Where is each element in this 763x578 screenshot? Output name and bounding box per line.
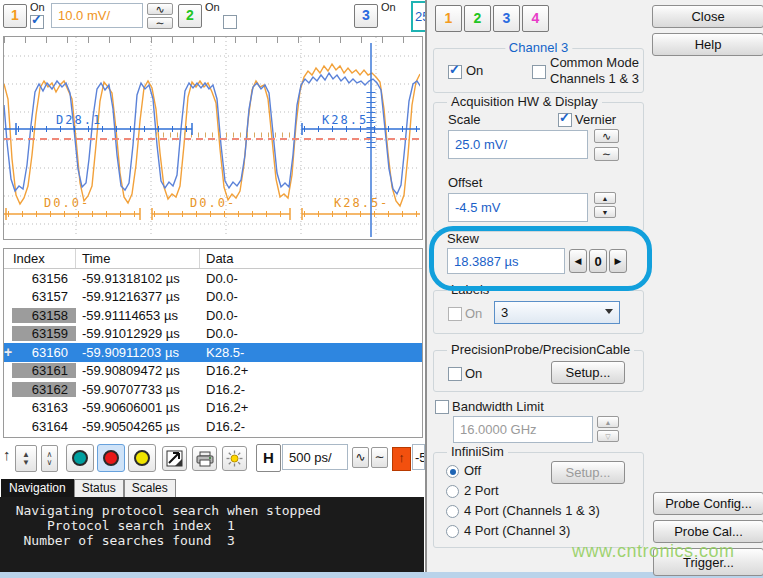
- waveform-display[interactable]: D28.1 K28.5- D0.0- D0.0-: [3, 36, 423, 240]
- channel3-group: Channel 3 On Common Mode Channels 1 & 3: [433, 48, 644, 93]
- labels-on-checkbox[interactable]: [448, 307, 462, 321]
- fine-step-spinner[interactable]: ∧∨: [41, 445, 58, 472]
- cell-data: D16.2+: [200, 363, 422, 378]
- display-brightness-button[interactable]: [222, 446, 247, 471]
- cell-data: D16.2-: [200, 419, 422, 434]
- precision-probe-setup-button[interactable]: Setup...: [551, 361, 625, 384]
- scale-value: 25.0 mV/: [455, 137, 507, 152]
- acquisition-group: Acquisition HW & Display Scale Vernier 2…: [433, 102, 644, 232]
- table-row[interactable]: 63164-59.90504265 µsD16.2-: [4, 417, 422, 436]
- infiniisim-off-radio[interactable]: [446, 465, 459, 478]
- scale-up-wave-button[interactable]: ∿: [147, 3, 173, 15]
- probe-cal-button[interactable]: Probe Cal...: [653, 520, 763, 543]
- tab-status[interactable]: Status: [74, 479, 124, 497]
- trigger-time-field[interactable]: -59.90: [412, 444, 425, 470]
- infiniisim-4port3-label: 4 Port (Channel 3): [464, 523, 570, 538]
- probe-config-button[interactable]: Probe Config...: [653, 492, 763, 515]
- panel-tab-channel-1[interactable]: 1: [435, 5, 462, 32]
- cell-data: D16.2+: [200, 400, 422, 415]
- marker-c-button[interactable]: [128, 444, 156, 472]
- table-row[interactable]: 63158-59.91114653 µsD0.0-: [4, 306, 422, 325]
- cell-index: 63161: [12, 363, 76, 378]
- channel-1-scale-field[interactable]: 10.0 mV/: [51, 3, 143, 28]
- offset-label: Offset: [448, 175, 482, 190]
- table-row[interactable]: 63157-59.91216377 µsD0.0-: [4, 288, 422, 307]
- acquisition-group-title: Acquisition HW & Display: [447, 94, 602, 109]
- timebase-field[interactable]: 500 ps/: [282, 444, 348, 470]
- decode-label-blue-1: D28.1: [56, 113, 102, 127]
- labels-dropdown[interactable]: 3: [494, 301, 620, 324]
- table-row[interactable]: 63163-59.90606001 µsD16.2+: [4, 399, 422, 418]
- common-mode-checkbox[interactable]: [532, 65, 546, 79]
- panel-tab-channel-3[interactable]: 3: [493, 5, 520, 32]
- channel3-on-label: On: [466, 63, 483, 78]
- infiniisim-4port3-radio[interactable]: [446, 525, 459, 538]
- infiniisim-4port13-radio[interactable]: [446, 505, 459, 518]
- timebase-up-button[interactable]: ∿: [352, 447, 369, 468]
- bandwidth-up-icon[interactable]: ▲: [597, 416, 619, 428]
- close-button[interactable]: Close: [652, 5, 763, 28]
- help-button[interactable]: Help: [652, 33, 763, 56]
- table-row[interactable]: 63162-59.90707733 µsD16.2-: [4, 380, 422, 399]
- table-row[interactable]: 63160-59.90911203 µsK28.5-+: [4, 343, 422, 362]
- offset-up-icon[interactable]: ▲: [594, 192, 616, 204]
- cell-data: D0.0-: [200, 289, 422, 304]
- cell-data: D0.0-: [200, 308, 422, 323]
- infiniisim-4port13-label: 4 Port (Channels 1 & 3): [464, 503, 600, 518]
- print-button[interactable]: [192, 446, 217, 471]
- channel-2-button[interactable]: 2: [178, 4, 202, 28]
- precision-probe-on-checkbox[interactable]: [448, 367, 462, 381]
- bottom-window-edge: [0, 572, 763, 578]
- scale-down-wave-button[interactable]: ∼: [147, 17, 173, 29]
- table-row[interactable]: 63159-59.91012929 µsD0.0-: [4, 325, 422, 344]
- channel3-on-checkbox[interactable]: [448, 65, 462, 79]
- panel-tab-channel-4[interactable]: 4: [522, 5, 549, 32]
- offset-down-icon[interactable]: ▼: [594, 206, 616, 218]
- header-index[interactable]: Index: [4, 249, 76, 268]
- bandwidth-down-icon[interactable]: ▽: [597, 430, 619, 442]
- offset-spinner[interactable]: ▲ ▼: [594, 192, 616, 218]
- marker-a-button[interactable]: [66, 444, 94, 472]
- header-time[interactable]: Time: [76, 249, 200, 268]
- cell-time: -59.91114653 µs: [76, 308, 200, 323]
- cell-time: -59.90809472 µs: [76, 363, 200, 378]
- labels-on-label: On: [465, 306, 482, 321]
- bandwidth-limit-value: 16.0000 GHz: [460, 422, 537, 437]
- table-row[interactable]: 63161-59.90809472 µsD16.2+: [4, 362, 422, 381]
- waveform-svg: D28.1 K28.5- D0.0- D0.0-: [4, 37, 420, 237]
- offset-field[interactable]: -4.5 mV: [448, 193, 588, 222]
- table-header: Index Time Data: [4, 249, 422, 269]
- channel-1-on-checkbox[interactable]: [30, 15, 44, 29]
- scale-coarse-up-button[interactable]: ∿: [594, 129, 619, 143]
- vertical-step-spinner[interactable]: ▲▼: [15, 445, 37, 472]
- header-data[interactable]: Data: [200, 249, 422, 268]
- cell-index: 63163: [12, 400, 76, 415]
- bandwidth-limit-checkbox[interactable]: [435, 400, 449, 414]
- zoom-window-button[interactable]: [162, 446, 187, 471]
- scale-field[interactable]: 25.0 mV/: [448, 130, 588, 159]
- channel-2-on-checkbox[interactable]: [223, 15, 237, 29]
- channel-1-button[interactable]: 1: [3, 4, 27, 28]
- table-row[interactable]: 63156-59.91318102 µsD0.0-: [4, 269, 422, 288]
- infiniisim-setup-button[interactable]: Setup...: [551, 461, 625, 484]
- timebase-down-button[interactable]: ∼: [371, 447, 388, 468]
- cell-index: 63160: [12, 345, 76, 360]
- cell-time: -59.91216377 µs: [76, 289, 200, 304]
- scale-coarse-down-button[interactable]: ∼: [594, 147, 619, 161]
- tab-navigation[interactable]: Navigation: [1, 479, 74, 497]
- cell-time: -59.90606001 µs: [76, 400, 200, 415]
- results-tab-bar: NavigationStatusScales: [1, 479, 176, 497]
- bandwidth-limit-field[interactable]: 16.0000 GHz: [453, 416, 593, 443]
- cell-time: -59.90707733 µs: [76, 382, 200, 397]
- tab-scales[interactable]: Scales: [124, 479, 176, 497]
- infiniisim-2port-radio[interactable]: [446, 485, 459, 498]
- trigger-indicator-icon[interactable]: ↑: [392, 447, 411, 471]
- channel-3-button[interactable]: 3: [354, 4, 378, 28]
- vernier-checkbox[interactable]: [558, 113, 572, 127]
- marker-b-button[interactable]: [97, 444, 125, 472]
- cell-data: D16.2-: [200, 382, 422, 397]
- bandwidth-spinner[interactable]: ▲ ▽: [597, 416, 619, 442]
- infiniisim-2port-label: 2 Port: [464, 483, 499, 498]
- panel-tab-channel-2[interactable]: 2: [464, 5, 491, 32]
- horizontal-menu-button[interactable]: H: [256, 444, 281, 472]
